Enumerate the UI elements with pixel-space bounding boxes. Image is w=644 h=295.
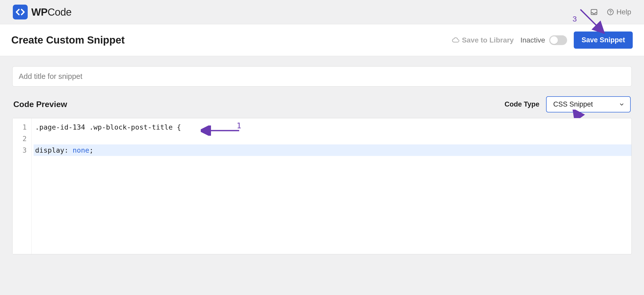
topbar-right: Help: [590, 8, 631, 16]
snippet-title-input[interactable]: [12, 66, 632, 87]
toggle-knob: [550, 36, 558, 44]
code-line[interactable]: .page-id-134 .wp-block-post-title {: [34, 121, 631, 133]
code-type-select[interactable]: CSS Snippet: [546, 96, 631, 112]
help-link[interactable]: Help: [607, 8, 631, 16]
code-type-label: Code Type: [505, 100, 539, 108]
status-label: Inactive: [520, 36, 545, 44]
code-preview-title: Code Preview: [13, 100, 67, 109]
code-icon: [15, 7, 25, 17]
status-toggle[interactable]: [549, 35, 567, 45]
svg-point-2: [610, 13, 611, 14]
code-line[interactable]: [34, 133, 631, 144]
logo: WPCode: [13, 5, 72, 19]
status-toggle-wrap: Inactive: [520, 35, 567, 45]
logo-text-light: Code: [47, 6, 72, 18]
page-title: Create Custom Snippet: [11, 34, 125, 46]
header-actions: Save to Library Inactive Save Snippet 3: [452, 31, 633, 49]
inbox-icon[interactable]: [590, 8, 598, 16]
page-header: Create Custom Snippet Save to Library In…: [0, 24, 644, 56]
editor-inner: 123 1 .page-id-134 .wp-block-post-title …: [13, 118, 631, 254]
line-number: 1: [13, 121, 28, 133]
code-type-value: CSS Snippet: [553, 100, 593, 108]
body: Code Preview Code Type CSS Snippet: [0, 56, 644, 260]
gutter: 123: [13, 118, 32, 254]
save-snippet-button[interactable]: Save Snippet: [574, 31, 633, 49]
line-number: 2: [13, 133, 28, 144]
topbar: WPCode Help: [0, 0, 644, 24]
code-line[interactable]: display: none;: [34, 144, 631, 156]
help-icon: [607, 8, 614, 16]
save-to-library-button[interactable]: Save to Library: [452, 36, 514, 44]
line-number: 3: [13, 144, 28, 156]
save-to-library-label: Save to Library: [462, 36, 514, 44]
help-label: Help: [616, 8, 631, 16]
code-type-wrap: Code Type CSS Snippet 2: [505, 96, 631, 112]
logo-text: WPCode: [31, 6, 72, 18]
code-editor[interactable]: 123 1 .page-id-134 .wp-block-post-title …: [12, 118, 632, 254]
section-row: Code Preview Code Type CSS Snippet: [13, 96, 631, 112]
logo-mark: [13, 5, 28, 19]
chevron-down-icon: [619, 102, 625, 107]
cloud-icon: [452, 36, 459, 44]
code-area[interactable]: 1 .page-id-134 .wp-block-post-title {dis…: [32, 118, 631, 254]
logo-text-bold: WP: [31, 6, 47, 18]
